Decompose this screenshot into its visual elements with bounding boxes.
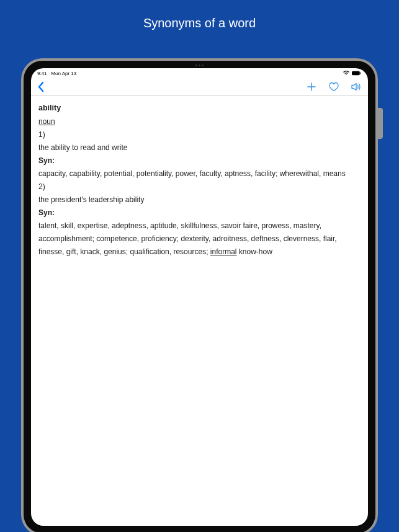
synonyms: talent, skill, expertise, adeptness, apt… xyxy=(38,219,361,259)
speaker-button[interactable] xyxy=(351,81,362,92)
entry-content: ability noun 1) the ability to read and … xyxy=(31,95,368,526)
svg-rect-1 xyxy=(361,72,361,74)
synonyms: capacity, capability, potential, potenti… xyxy=(38,167,361,180)
nav-bar xyxy=(31,78,368,95)
sense-number: 1) xyxy=(38,128,361,141)
tablet-frame: 9:41 Mon Apr 13 xyxy=(24,61,375,532)
part-of-speech: noun xyxy=(38,115,361,128)
syn-label: Syn: xyxy=(38,206,361,219)
sense-example: the president's leadership ability xyxy=(38,193,361,206)
favorite-button[interactable] xyxy=(328,81,339,92)
add-button[interactable] xyxy=(306,81,317,92)
screen: 9:41 Mon Apr 13 xyxy=(31,68,368,526)
sense-example: the ability to read and write xyxy=(38,141,361,154)
register-label: informal xyxy=(210,247,237,256)
status-date: Mon Apr 13 xyxy=(51,71,76,76)
synonyms-text: know-how xyxy=(237,247,272,256)
status-time-date: 9:41 Mon Apr 13 xyxy=(37,71,76,76)
headword: ability xyxy=(38,102,361,115)
tablet-device: 9:41 Mon Apr 13 xyxy=(21,58,378,532)
page-title: Synonyms of a word xyxy=(0,0,399,49)
status-right xyxy=(343,71,362,76)
status-time: 9:41 xyxy=(37,71,47,76)
tablet-notch xyxy=(169,63,231,67)
status-bar: 9:41 Mon Apr 13 xyxy=(31,68,368,78)
battery-icon xyxy=(352,71,362,76)
svg-rect-0 xyxy=(352,71,360,75)
syn-label: Syn: xyxy=(38,154,361,167)
back-button[interactable] xyxy=(37,81,45,92)
tablet-side-button xyxy=(378,108,383,139)
sense-number: 2) xyxy=(38,180,361,193)
synonyms-text: talent, skill, expertise, adeptness, apt… xyxy=(38,221,337,256)
wifi-icon xyxy=(343,71,349,76)
